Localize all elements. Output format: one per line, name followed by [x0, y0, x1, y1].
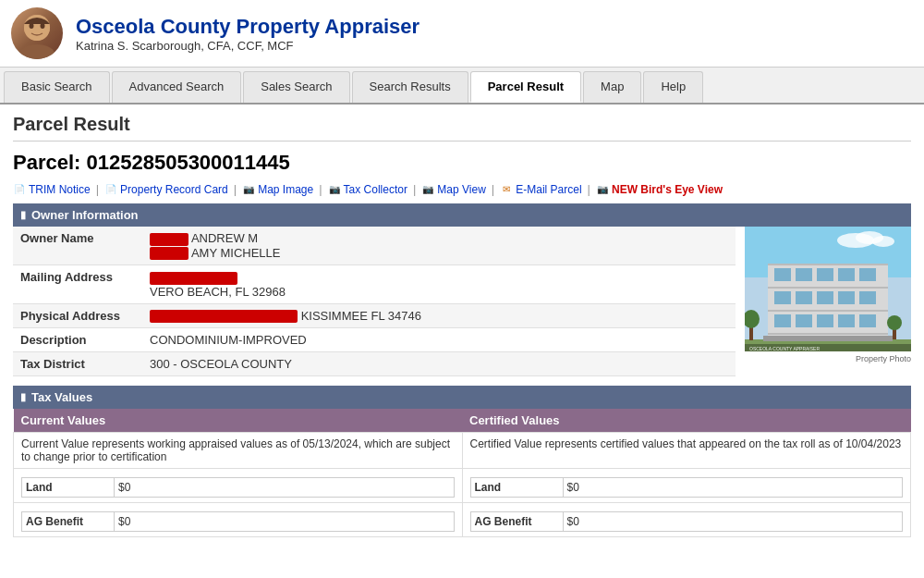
svg-rect-23	[838, 291, 855, 304]
physical-address-row: Physical Address KISSIMMEE FL 34746	[13, 303, 736, 328]
property-record-card-label: Property Record Card	[120, 183, 228, 196]
current-land-label: Land	[22, 478, 115, 498]
svg-rect-26	[796, 314, 812, 327]
owner-section-header: ▮ Owner Information	[13, 203, 911, 227]
tab-search-results[interactable]: Search Results	[352, 71, 468, 103]
svg-rect-27	[817, 314, 833, 327]
current-land-value: $0	[115, 478, 455, 498]
current-ag-inner-row: AG Benefit $0	[22, 512, 455, 532]
redacted-block-2	[150, 247, 188, 260]
physical-address-value: KISSIMMEE FL 34746	[142, 303, 736, 328]
svg-rect-15	[774, 268, 791, 281]
minus-icon-2: ▮	[20, 391, 26, 403]
land-row: Land $0 Land $0	[14, 469, 911, 503]
certified-ag-cell: AG Benefit $0	[462, 503, 911, 537]
owner-name-label: Owner Name	[13, 227, 142, 265]
owner-name-value: ANDREW M AMY MICHELLE	[142, 227, 736, 265]
tax-description-row: Current Value represents working apprais…	[14, 433, 911, 469]
current-ag-cell: AG Benefit $0	[14, 503, 463, 537]
svg-rect-31	[763, 336, 893, 341]
svg-rect-14	[768, 333, 888, 335]
current-ag-value: $0	[115, 512, 455, 532]
site-subtitle: Katrina S. Scarborough, CFA, CCF, MCF	[76, 39, 419, 53]
svg-point-9	[872, 236, 894, 247]
parcel-label: Parcel:	[13, 151, 80, 174]
certified-land-cell: Land $0	[462, 469, 911, 503]
birds-eye-label: NEW Bird's Eye View	[612, 183, 723, 196]
current-ag-label: AG Benefit	[22, 512, 115, 532]
svg-rect-18	[838, 268, 855, 281]
certified-land-inner-row: Land $0	[470, 478, 903, 498]
owner-section-title: Owner Information	[31, 208, 139, 222]
svg-text:OSCEOLA COUNTY APPRAISER: OSCEOLA COUNTY APPRAISER	[749, 346, 820, 351]
email-parcel-link[interactable]: ✉ E-Mail Parcel	[500, 183, 581, 196]
parcel-number: 012528505300011445	[87, 151, 290, 174]
certified-description: Certified Value represents certified val…	[462, 433, 911, 469]
svg-rect-16	[796, 268, 812, 281]
svg-point-1	[18, 44, 55, 59]
map-view-label: Map View	[437, 183, 485, 196]
current-description: Current Value represents working apprais…	[14, 433, 463, 469]
current-values-header: Current Values	[14, 409, 463, 433]
tax-collector-label: Tax Collector	[344, 183, 407, 196]
avatar	[11, 7, 63, 59]
property-record-card-link[interactable]: 📄 Property Record Card	[104, 183, 228, 196]
certified-ag-value: $0	[563, 512, 903, 532]
mailing-address-label: Mailing Address	[13, 265, 142, 304]
birds-eye-view-link[interactable]: 📷 NEW Bird's Eye View	[596, 183, 723, 196]
owner-name-row: Owner Name ANDREW M AMY MICHELLE	[13, 227, 736, 265]
svg-rect-22	[817, 291, 833, 304]
nav-tabs: Basic Search Advanced Search Sales Searc…	[0, 68, 924, 105]
ag-benefit-row: AG Benefit $0 AG Benefit $0	[14, 503, 911, 537]
tab-help[interactable]: Help	[643, 71, 703, 103]
email-parcel-label: E-Mail Parcel	[516, 183, 581, 196]
parcel-id: Parcel: 012528505300011445	[13, 151, 911, 175]
owner-section: ▮ Owner Information Owner Name ANDREW M …	[13, 203, 911, 376]
tab-map[interactable]: Map	[583, 71, 641, 103]
trim-notice-link[interactable]: 📄 TRIM Notice	[13, 183, 91, 196]
tax-section-header: ▮ Tax Values	[13, 386, 911, 409]
description-label: Description	[13, 328, 142, 352]
email-icon: ✉	[500, 183, 513, 196]
map-view-link[interactable]: 📷 Map View	[421, 183, 485, 196]
svg-rect-17	[817, 268, 833, 281]
map-image-label: Map Image	[258, 183, 313, 196]
tab-basic-search[interactable]: Basic Search	[4, 71, 110, 103]
owner-info-table: Owner Name ANDREW M AMY MICHELLE Mailing…	[13, 227, 736, 376]
description-row: Description CONDOMINIUM-IMPROVED	[13, 328, 736, 352]
physical-address-label: Physical Address	[13, 303, 142, 328]
photo-caption: Property Photo	[745, 354, 911, 363]
pdf-icon: 📄	[13, 183, 26, 196]
mailing-address-row: Mailing Address VERO BEACH, FL 32968	[13, 265, 736, 304]
page-title: Parcel Result	[13, 114, 911, 141]
tax-collector-link[interactable]: 📷 Tax Collector	[328, 183, 407, 196]
map-image-icon: 📷	[242, 183, 255, 196]
header: Osceola County Property Appraiser Katrin…	[0, 0, 924, 68]
tax-values-table: Current Values Certified Values Current …	[13, 409, 911, 537]
birds-eye-icon: 📷	[596, 183, 609, 196]
svg-rect-20	[774, 291, 791, 304]
svg-rect-29	[859, 314, 876, 327]
page-content: Parcel Result Parcel: 012528505300011445…	[0, 105, 924, 547]
certified-land-value: $0	[563, 478, 903, 498]
svg-rect-21	[796, 291, 812, 304]
tab-advanced-search[interactable]: Advanced Search	[112, 71, 242, 103]
description-value: CONDOMINIUM-IMPROVED	[142, 328, 736, 352]
map-view-icon: 📷	[421, 183, 434, 196]
redacted-block	[150, 233, 188, 246]
property-image: OSCEOLA COUNTY APPRAISER Property Photo	[745, 227, 911, 363]
tab-parcel-result[interactable]: Parcel Result	[470, 71, 581, 103]
svg-rect-19	[859, 268, 876, 281]
tax-section-title: Tax Values	[31, 390, 92, 404]
minus-icon: ▮	[20, 209, 26, 221]
map-image-link[interactable]: 📷 Map Image	[242, 183, 313, 196]
mailing-address-value: VERO BEACH, FL 32968	[142, 265, 736, 304]
tab-sales-search[interactable]: Sales Search	[243, 71, 349, 103]
tax-collector-icon: 📷	[328, 183, 341, 196]
certified-ag-inner-row: AG Benefit $0	[470, 512, 903, 532]
current-land-inner-row: Land $0	[22, 478, 455, 498]
current-land-cell: Land $0	[14, 469, 463, 503]
redacted-block-3	[150, 272, 237, 285]
certified-land-label: Land	[470, 478, 563, 498]
tax-section: ▮ Tax Values Current Values Certified Va…	[13, 386, 911, 537]
